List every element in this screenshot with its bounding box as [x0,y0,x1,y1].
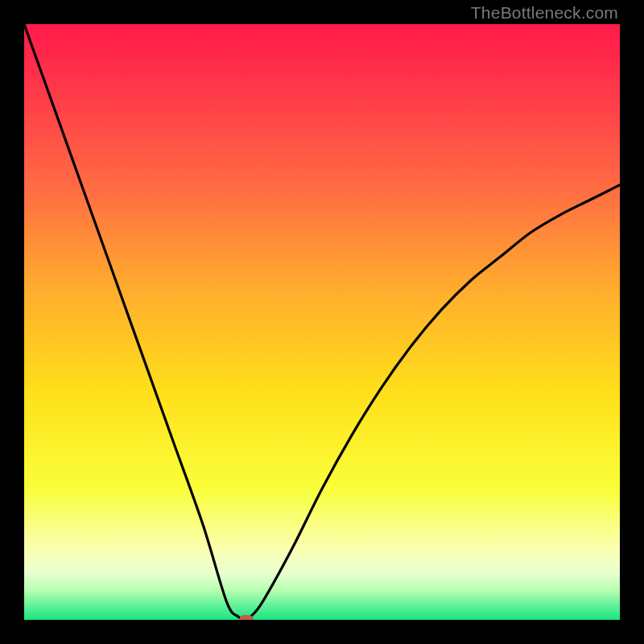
bottleneck-curve [24,24,620,620]
curve-layer [24,24,620,620]
minimum-marker [239,615,254,620]
chart-frame: TheBottleneck.com [0,0,644,644]
plot-area [24,24,620,620]
watermark-text: TheBottleneck.com [471,3,618,23]
